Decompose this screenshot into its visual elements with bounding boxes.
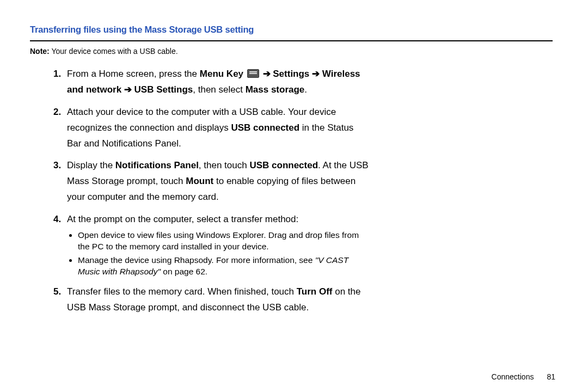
step-1-text2: , then select bbox=[193, 84, 245, 95]
step-3-text2: , then touch bbox=[199, 160, 250, 170]
note-line: Note: Your device comes with a USB cable… bbox=[30, 47, 561, 56]
step-4: At the prompt on the computer, select a … bbox=[64, 212, 369, 278]
settings-label: Settings bbox=[273, 69, 309, 79]
step-4-sublist: Open device to view files using Windows … bbox=[67, 230, 369, 278]
arrow-icon: ➔ bbox=[124, 84, 132, 95]
turn-off-label: Turn Off bbox=[297, 286, 333, 297]
usb-connected-label: USB connected bbox=[231, 122, 299, 133]
step-3-text: Display the bbox=[67, 160, 115, 170]
mass-storage-label: Mass storage bbox=[246, 84, 305, 95]
usb-connected-label2: USB connected bbox=[249, 160, 318, 170]
note-text: Your device comes with a USB cable. bbox=[50, 47, 178, 56]
steps-list: From a Home screen, press the Menu Key ➔… bbox=[30, 66, 369, 315]
note-label: Note: bbox=[30, 47, 50, 56]
step-4-b2-tail: on page 62. bbox=[161, 267, 207, 276]
step-5: Transfer files to the memory card. When … bbox=[64, 284, 369, 316]
section-heading: Transferring files using the Mass Storag… bbox=[30, 24, 561, 35]
step-4-text: At the prompt on the computer, select a … bbox=[67, 214, 298, 224]
step-1-end: . bbox=[304, 84, 307, 95]
menu-key-icon bbox=[247, 69, 259, 78]
mount-label: Mount bbox=[186, 176, 213, 186]
step-3: Display the Notifications Panel, then to… bbox=[64, 158, 369, 205]
menu-key-label: Menu Key bbox=[200, 69, 243, 79]
arrow-icon: ➔ bbox=[312, 69, 320, 79]
step-4-b2-text: Manage the device using Rhapsody. For mo… bbox=[78, 255, 315, 265]
step-4-bullet-2: Manage the device using Rhapsody. For mo… bbox=[78, 255, 369, 278]
step-1-text: From a Home screen, press the bbox=[67, 69, 200, 79]
step-2: Attach your device to the computer with … bbox=[64, 105, 369, 152]
page-footer: Connections81 bbox=[492, 372, 555, 381]
arrow-icon: ➔ bbox=[263, 69, 271, 79]
step-5-text: Transfer files to the memory card. When … bbox=[67, 286, 297, 297]
divider bbox=[30, 40, 553, 41]
step-1: From a Home screen, press the Menu Key ➔… bbox=[64, 66, 369, 98]
footer-page-number: 81 bbox=[547, 372, 555, 381]
usb-settings-label: USB Settings bbox=[134, 84, 193, 95]
step-4-bullet-1: Open device to view files using Windows … bbox=[78, 230, 369, 253]
notifications-panel-label: Notifications Panel bbox=[115, 160, 199, 170]
footer-section: Connections bbox=[492, 372, 534, 381]
